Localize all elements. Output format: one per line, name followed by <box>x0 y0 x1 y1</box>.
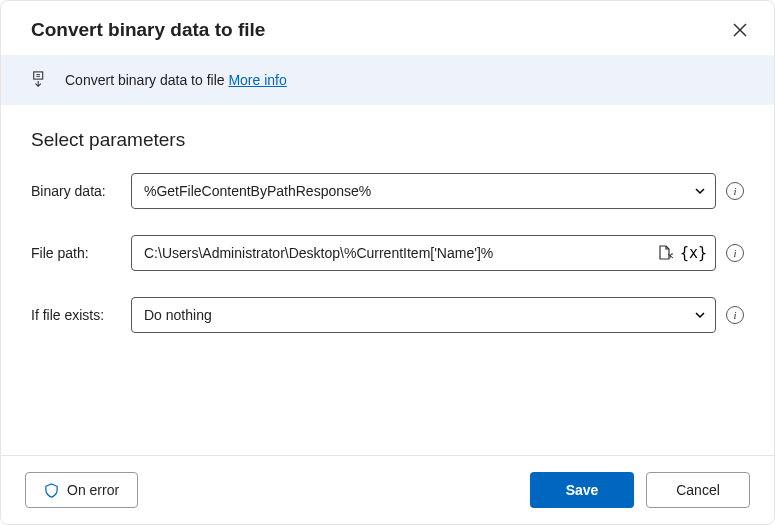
svg-rect-0 <box>34 72 43 79</box>
dialog-footer: On error Save Cancel <box>1 455 774 524</box>
binary-data-value: %GetFileContentByPathResponse% <box>144 183 693 199</box>
info-banner: Convert binary data to file More info <box>1 55 774 105</box>
file-path-field[interactable] <box>144 245 656 261</box>
binary-data-label: Binary data: <box>31 183 121 199</box>
chevron-down-icon[interactable] <box>693 308 707 322</box>
chevron-down-icon[interactable] <box>693 184 707 198</box>
binary-data-row: Binary data: %GetFileContentByPathRespon… <box>31 173 744 209</box>
binary-data-help-icon[interactable]: i <box>726 182 744 200</box>
file-path-label: File path: <box>31 245 121 261</box>
banner-text: Convert binary data to file More info <box>65 72 287 88</box>
more-info-link[interactable]: More info <box>228 72 286 88</box>
if-exists-help-icon[interactable]: i <box>726 306 744 324</box>
close-icon[interactable] <box>732 22 748 38</box>
save-button[interactable]: Save <box>530 472 634 508</box>
if-exists-row: If file exists: Do nothing i <box>31 297 744 333</box>
if-exists-label: If file exists: <box>31 307 121 323</box>
convert-file-icon <box>31 71 49 89</box>
file-path-input[interactable]: {x} <box>131 235 716 271</box>
content-area: Select parameters Binary data: %GetFileC… <box>1 105 774 455</box>
if-exists-select[interactable]: Do nothing <box>131 297 716 333</box>
dialog-title: Convert binary data to file <box>31 19 265 41</box>
action-buttons: Save Cancel <box>530 472 750 508</box>
cancel-button[interactable]: Cancel <box>646 472 750 508</box>
dialog-header: Convert binary data to file <box>1 1 774 55</box>
file-select-icon[interactable] <box>656 244 674 262</box>
section-title: Select parameters <box>31 129 744 151</box>
binary-data-select[interactable]: %GetFileContentByPathResponse% <box>131 173 716 209</box>
on-error-label: On error <box>67 482 119 498</box>
file-path-help-icon[interactable]: i <box>726 244 744 262</box>
if-exists-value: Do nothing <box>144 307 693 323</box>
on-error-button[interactable]: On error <box>25 472 138 508</box>
file-path-row: File path: {x} i <box>31 235 744 271</box>
variable-picker-icon[interactable]: {x} <box>680 244 707 262</box>
shield-icon <box>44 483 59 498</box>
banner-description: Convert binary data to file <box>65 72 225 88</box>
